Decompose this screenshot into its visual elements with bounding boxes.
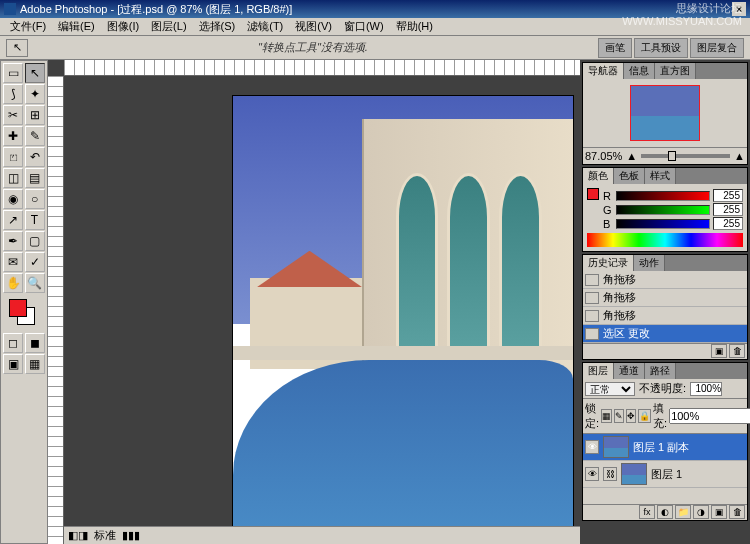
tab-channels[interactable]: 通道 (614, 363, 645, 379)
menu-view[interactable]: 视图(V) (289, 19, 338, 34)
tab-navigator[interactable]: 导航器 (583, 63, 624, 79)
layer-thumbnail[interactable] (621, 463, 647, 485)
g-slider[interactable] (616, 205, 710, 215)
layer-mask-icon[interactable]: ◐ (657, 505, 673, 519)
tab-swatches[interactable]: 色板 (614, 168, 645, 184)
layer-row[interactable]: 👁 ⛓ 图层 1 (583, 461, 747, 488)
history-item[interactable]: 角拖移 (583, 271, 747, 289)
layer-fx-icon[interactable]: fx (639, 505, 655, 519)
lock-all-icon[interactable]: 🔒 (638, 409, 651, 423)
options-hint: "转换点工具"没有选项. (36, 40, 590, 55)
palette-tab-brushes[interactable]: 画笔 (598, 38, 632, 58)
current-tool-indicator[interactable]: ↖ (6, 39, 28, 57)
hand-tool[interactable]: ✋ (3, 273, 23, 293)
quickmask-off[interactable]: ◻ (3, 333, 23, 353)
tab-actions[interactable]: 动作 (634, 255, 665, 271)
tab-histogram[interactable]: 直方图 (655, 63, 696, 79)
wand-tool[interactable]: ✦ (25, 84, 45, 104)
document-canvas[interactable] (233, 96, 573, 544)
layer-name[interactable]: 图层 1 副本 (633, 440, 689, 455)
watermark: 思缘设计论坛 WWW.MISSYUAN.COM (622, 2, 742, 28)
zoom-out-icon[interactable]: ▲ (626, 150, 637, 162)
history-new-icon[interactable]: ▣ (711, 344, 727, 358)
tab-paths[interactable]: 路径 (645, 363, 676, 379)
history-brush-tool[interactable]: ↶ (25, 147, 45, 167)
zoom-slider[interactable] (641, 154, 730, 158)
screenmode-std[interactable]: ▣ (3, 354, 23, 374)
crop-tool[interactable]: ✂ (3, 105, 23, 125)
lasso-tool[interactable]: ⟆ (3, 84, 23, 104)
menu-layer[interactable]: 图层(L) (145, 19, 192, 34)
eraser-tool[interactable]: ◫ (3, 168, 23, 188)
tab-layers[interactable]: 图层 (583, 363, 614, 379)
color-swatches[interactable] (3, 297, 45, 329)
layer-folder-icon[interactable]: 📁 (675, 505, 691, 519)
color-fg-swatch[interactable] (587, 188, 599, 200)
stamp-tool[interactable]: ⏍ (3, 147, 23, 167)
ruler-horizontal[interactable] (64, 60, 580, 76)
lock-trans-icon[interactable]: ▦ (601, 409, 612, 423)
pen-tool[interactable]: ✒ (3, 231, 23, 251)
b-slider[interactable] (616, 219, 710, 229)
b-input[interactable] (713, 217, 743, 230)
layer-thumbnail[interactable] (603, 436, 629, 458)
brush-tool[interactable]: ✎ (25, 126, 45, 146)
history-item[interactable]: 选区 更改 (583, 325, 747, 343)
palette-tab-toolpresets[interactable]: 工具预设 (634, 38, 688, 58)
menu-window[interactable]: 窗口(W) (338, 19, 390, 34)
marquee-tool[interactable]: ▭ (3, 63, 23, 83)
opacity-input[interactable] (690, 382, 722, 396)
foreground-swatch[interactable] (9, 299, 27, 317)
tab-info[interactable]: 信息 (624, 63, 655, 79)
lock-paint-icon[interactable]: ✎ (614, 409, 624, 423)
visibility-icon[interactable]: 👁 (585, 440, 599, 454)
menu-filter[interactable]: 滤镜(T) (241, 19, 289, 34)
layer-adjust-icon[interactable]: ◑ (693, 505, 709, 519)
layer-row[interactable]: 👁 图层 1 副本 (583, 434, 747, 461)
blur-tool[interactable]: ◉ (3, 189, 23, 209)
menu-image[interactable]: 图像(I) (101, 19, 145, 34)
eyedropper-tool[interactable]: ✓ (25, 252, 45, 272)
heal-tool[interactable]: ✚ (3, 126, 23, 146)
menu-file[interactable]: 文件(F) (4, 19, 52, 34)
tab-color[interactable]: 颜色 (583, 168, 614, 184)
ruler-vertical[interactable] (48, 76, 64, 544)
shape-tool[interactable]: ▢ (25, 231, 45, 251)
dodge-tool[interactable]: ○ (25, 189, 45, 209)
menu-select[interactable]: 选择(S) (193, 19, 242, 34)
layer-name[interactable]: 图层 1 (651, 467, 682, 482)
type-tool[interactable]: T (25, 210, 45, 230)
screenmode-full[interactable]: ▦ (25, 354, 45, 374)
navigator-thumbnail[interactable] (630, 85, 700, 141)
menu-help[interactable]: 帮助(H) (390, 19, 439, 34)
tab-history[interactable]: 历史记录 (583, 255, 634, 271)
path-tool[interactable]: ↗ (3, 210, 23, 230)
zoom-in-icon[interactable]: ▲ (734, 150, 745, 162)
zoom-tool[interactable]: 🔍 (25, 273, 45, 293)
history-item[interactable]: 角拖移 (583, 307, 747, 325)
slice-tool[interactable]: ⊞ (25, 105, 45, 125)
image-pool-edge (233, 346, 573, 360)
palette-tab-layercomps[interactable]: 图层复合 (690, 38, 744, 58)
link-icon[interactable]: ⛓ (603, 467, 617, 481)
color-spectrum[interactable] (587, 233, 743, 247)
history-delete-icon[interactable]: 🗑 (729, 344, 745, 358)
menu-edit[interactable]: 编辑(E) (52, 19, 101, 34)
canvas-area: ◧◨ 标准 ▮▮▮ (48, 60, 580, 544)
layer-new-icon[interactable]: ▣ (711, 505, 727, 519)
blend-mode-select[interactable]: 正常 (585, 382, 635, 396)
notes-tool[interactable]: ✉ (3, 252, 23, 272)
fill-input[interactable] (669, 408, 750, 424)
r-label: R (603, 190, 613, 202)
gradient-tool[interactable]: ▤ (25, 168, 45, 188)
g-input[interactable] (713, 203, 743, 216)
history-item[interactable]: 角拖移 (583, 289, 747, 307)
quickmask-on[interactable]: ◼ (25, 333, 45, 353)
layer-delete-icon[interactable]: 🗑 (729, 505, 745, 519)
move-tool[interactable]: ↖ (25, 63, 45, 83)
r-slider[interactable] (616, 191, 710, 201)
visibility-icon[interactable]: 👁 (585, 467, 599, 481)
lock-move-icon[interactable]: ✥ (626, 409, 636, 423)
tab-styles[interactable]: 样式 (645, 168, 676, 184)
r-input[interactable] (713, 189, 743, 202)
